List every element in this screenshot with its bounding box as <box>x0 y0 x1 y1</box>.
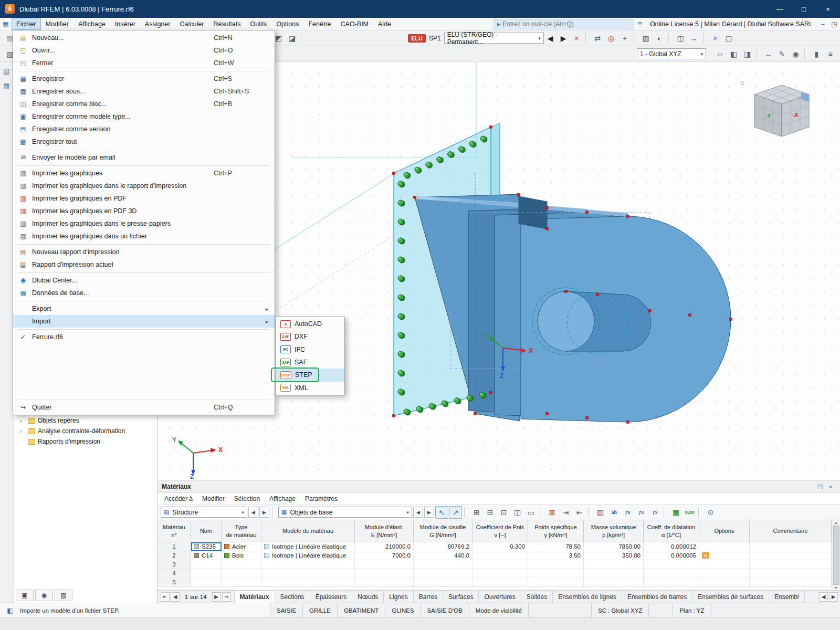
scroll-up-icon[interactable]: ▲ <box>834 521 838 524</box>
poisson-cell[interactable] <box>472 569 528 578</box>
model-cell[interactable]: Isotrope | Linéaire élastique <box>261 542 355 551</box>
density-cell[interactable] <box>584 569 644 578</box>
view-in-z-icon[interactable]: ◪ <box>286 32 299 45</box>
file-menu-item[interactable]: ▥ Imprimer les graphiques en PDF <box>13 192 275 205</box>
minimize-button[interactable]: — <box>768 0 792 18</box>
options-cell[interactable] <box>699 560 750 569</box>
view-mode-icon[interactable]: ▥ <box>594 506 607 519</box>
status-coordinate-system[interactable]: SC : Global XYZ <box>592 603 649 617</box>
menu-options[interactable]: Options <box>271 18 303 30</box>
menu-inserer[interactable]: Insérer <box>110 18 140 30</box>
dimension-icon[interactable]: ↔ <box>762 48 775 60</box>
name-cell[interactable] <box>191 560 222 569</box>
display-manager-button[interactable]: ▣ <box>16 590 34 601</box>
tables-dock-icon[interactable]: ▦ <box>2 81 12 90</box>
specific-weight-cell[interactable]: 78.50 <box>528 542 584 551</box>
model-cell[interactable] <box>261 578 355 587</box>
menu-outils[interactable]: Outils <box>245 18 271 30</box>
file-menu-item[interactable]: ▣ Enregistrer comme modèle type... <box>13 110 275 123</box>
mat-menu-acceder[interactable]: Accéder à <box>160 493 197 504</box>
menu-cao-bim[interactable]: CAO-BIM <box>336 18 373 30</box>
menubar-minimize-icon[interactable]: ‒ <box>817 20 828 28</box>
file-menu-item[interactable]: ▤ Nouveau rapport d'impression <box>13 246 275 258</box>
previous-load-case-button[interactable]: ◀ <box>544 32 557 45</box>
nav-item-objets-reperes[interactable]: › Objets repères <box>14 415 157 426</box>
elastic-modulus-cell[interactable]: 210000.0 <box>355 542 414 551</box>
specific-weight-cell[interactable] <box>528 560 584 569</box>
import-submenu-item[interactable]: A AutoCAD <box>276 318 344 330</box>
type-cell[interactable]: Acier <box>222 542 261 551</box>
file-menu-item[interactable]: ▥ Imprimer les graphiques dans le presse… <box>13 217 275 230</box>
mat-menu-selection[interactable]: Sélection <box>229 493 265 504</box>
type-cell[interactable]: Bois <box>222 551 261 560</box>
first-table-button[interactable]: ⇤ <box>161 592 170 602</box>
tab-ensembles-surfaces[interactable]: Ensembles de surfaces <box>692 591 769 603</box>
model-cell[interactable]: Isotrope | Linéaire élastique <box>261 551 355 560</box>
file-menu-item[interactable]: ▥ Imprimer les graphiques Ctrl+P <box>13 167 275 180</box>
formula-icon[interactable]: ƒx <box>621 506 634 519</box>
elastic-modulus-cell[interactable] <box>355 560 414 569</box>
previous-table-button[interactable]: ◀ <box>171 592 180 602</box>
poisson-cell[interactable] <box>472 560 528 569</box>
comment-icon[interactable]: ✎ <box>775 48 789 60</box>
dilatation-cell[interactable] <box>644 569 699 578</box>
density-cell[interactable]: 350.00 <box>584 551 644 560</box>
select-related-objects-icon[interactable]: ↖ <box>435 506 448 519</box>
sync-icon[interactable]: ⇄ <box>591 32 604 45</box>
load-combination-select[interactable]: ELU (STR/GEO) - Permanent... ▾ <box>444 33 544 44</box>
density-cell[interactable] <box>584 560 644 569</box>
tab-noeuds[interactable]: Nœuds <box>352 591 384 603</box>
menubar-float-icon[interactable]: ◳ <box>828 20 840 28</box>
options-cell[interactable] <box>699 578 750 587</box>
menu-aide[interactable]: Aide <box>373 18 396 30</box>
spell-check-icon[interactable]: ab <box>607 506 621 519</box>
file-menu-item[interactable]: ✓ Ferrure.rf6 <box>13 331 275 343</box>
table-columns-icon[interactable]: ▦ <box>669 506 682 519</box>
visual-objects-icon[interactable]: ▢ <box>722 32 736 45</box>
name-cell[interactable]: C14 <box>191 551 222 560</box>
elastic-modulus-cell[interactable] <box>355 569 414 578</box>
import-submenu-item[interactable]: IFC IFC <box>276 343 344 356</box>
delete-results-icon[interactable]: × <box>709 32 722 45</box>
keyword-search[interactable]: ▸ <box>494 19 634 29</box>
license-list-icon[interactable]: ≣ <box>634 20 646 28</box>
tab-materiaux[interactable]: Matériaux <box>235 591 275 603</box>
pin-cylinder[interactable] <box>532 288 651 355</box>
formula-bar-icon[interactable]: ƒx <box>635 506 648 519</box>
import-submenu-item[interactable]: XML XML <box>276 382 344 394</box>
add-row-icon[interactable]: ⊞ <box>470 506 483 519</box>
empty-rows-icon[interactable]: ▭ <box>524 506 538 519</box>
close-panel-icon[interactable]: × <box>825 484 836 490</box>
shear-modulus-cell[interactable]: 80769.2 <box>414 542 472 551</box>
menu-modifier[interactable]: Modifier <box>41 18 74 30</box>
maximize-button[interactable]: □ <box>792 0 816 18</box>
plane-yz-icon[interactable]: ◨ <box>741 48 754 60</box>
next-table-button[interactable]: ▶ <box>212 592 221 602</box>
menu-fenetre[interactable]: Fenêtre <box>303 18 335 30</box>
table-scrollbar[interactable]: ▲ ▼ <box>832 520 840 590</box>
import-submenu-item[interactable]: SAF SAF <box>276 356 344 369</box>
table-category-select[interactable]: ▦ Objets de base ▾ <box>278 507 412 518</box>
file-menu-item[interactable]: ◰ Fermer Ctrl+W <box>13 57 275 69</box>
shear-modulus-cell[interactable] <box>414 569 472 578</box>
specific-weight-cell[interactable] <box>528 569 584 578</box>
scrollbar-thumb[interactable] <box>833 526 839 585</box>
density-cell[interactable]: 7850.00 <box>584 542 644 551</box>
visibility-mode-icon[interactable]: ◉ <box>789 48 802 60</box>
display-properties-icon[interactable]: ▨ <box>639 32 653 45</box>
measure-icon[interactable]: ↔ <box>688 32 701 45</box>
model-cell[interactable] <box>261 560 355 569</box>
plane-xy-icon[interactable]: ◧ <box>727 48 740 60</box>
elastic-modulus-cell[interactable]: 7000.0 <box>355 551 414 560</box>
mat-menu-affichage[interactable]: Affichage <box>265 493 300 504</box>
comment-cell[interactable] <box>750 578 832 587</box>
chevron-right-icon[interactable]: › <box>20 428 25 434</box>
filter-icon[interactable]: ⊠ <box>545 506 559 519</box>
file-menu-item[interactable]: ▦ Enregistrer sous... Ctrl+Shift+S <box>13 85 275 98</box>
navigator-dock-icon[interactable]: ▤ <box>2 66 12 76</box>
file-menu-item[interactable]: ◱ Ouvrir... Ctrl+O <box>13 44 275 57</box>
file-menu-item[interactable]: ▩ Enregistrer tout <box>13 135 275 148</box>
file-menu-item[interactable]: ▥ Imprimer les graphiques dans un fichie… <box>13 230 275 243</box>
tab-epaisseurs[interactable]: Épaisseurs <box>310 591 352 603</box>
shear-modulus-cell[interactable]: 440.0 <box>414 551 472 560</box>
